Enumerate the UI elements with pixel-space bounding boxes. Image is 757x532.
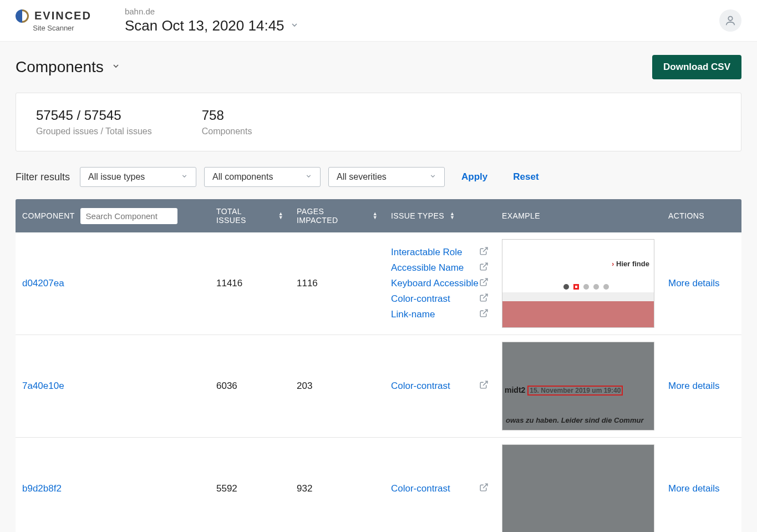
- cell-example: midt2 15. November 2019 um 19:40owas zu …: [495, 335, 662, 437]
- brand-logo[interactable]: EVINCED: [16, 9, 92, 23]
- issue-type-row: Color-contrast: [391, 380, 489, 392]
- table-row: d04207ea114161116Interactable RoleAccess…: [16, 232, 741, 335]
- download-csv-button[interactable]: Download CSV: [652, 55, 741, 79]
- example-thumbnail[interactable]: midt2 15. November 2019 um 19:40owas zu …: [502, 342, 654, 430]
- stat-label: Components: [202, 126, 252, 136]
- external-link-icon[interactable]: [479, 483, 489, 495]
- component-link[interactable]: d04207ea: [22, 278, 64, 289]
- issue-type-link[interactable]: Color-contrast: [391, 483, 450, 494]
- filter-severities[interactable]: All severities: [328, 167, 445, 187]
- external-link-icon[interactable]: [479, 308, 489, 321]
- filter-issue-types[interactable]: All issue types: [80, 167, 196, 187]
- cell-total-issues: 5592: [210, 438, 290, 532]
- stat-label: Grouped issues / Total issues: [36, 126, 152, 136]
- th-component: COMPONENT: [16, 200, 210, 232]
- external-link-icon[interactable]: [479, 262, 489, 274]
- cell-total-issues: 6036: [210, 335, 290, 437]
- th-pages-impacted[interactable]: PAGES IMPACTED ▲▼: [290, 199, 384, 232]
- component-link[interactable]: 7a40e10e: [22, 381, 64, 392]
- scan-selector[interactable]: Scan Oct 13, 2020 14:45: [125, 17, 299, 34]
- issue-type-link[interactable]: Link-name: [391, 309, 435, 320]
- sort-icon: ▲▼: [278, 212, 283, 220]
- th-actions: ACTIONS: [662, 204, 741, 228]
- brand-subtitle: Site Scanner: [33, 24, 74, 32]
- more-details-link[interactable]: More details: [668, 381, 720, 392]
- issue-type-link[interactable]: Keyboard Accessible: [391, 278, 479, 289]
- filter-components[interactable]: All components: [204, 167, 321, 187]
- filter-label: Filter results: [16, 171, 70, 183]
- table-body: d04207ea114161116Interactable RoleAccess…: [16, 232, 741, 532]
- profile-button[interactable]: [719, 9, 741, 32]
- th-issue-types[interactable]: ISSUE TYPES ▲▼: [384, 204, 495, 228]
- search-component-input[interactable]: [80, 208, 177, 224]
- stat-value: 57545 / 57545: [36, 108, 152, 123]
- issue-type-link[interactable]: Color-contrast: [391, 381, 450, 392]
- issue-type-row: Color-contrast: [391, 293, 489, 305]
- chevron-down-icon: [290, 21, 299, 32]
- stats-panel: 57545 / 57545 Grouped issues / Total iss…: [16, 93, 741, 151]
- issue-type-row: Keyboard Accessible: [391, 277, 489, 290]
- scan-selector-block: bahn.de Scan Oct 13, 2020 14:45: [125, 7, 299, 34]
- scan-domain: bahn.de: [125, 7, 299, 16]
- filter-row: Filter results All issue types All compo…: [16, 167, 741, 187]
- reset-filters-button[interactable]: Reset: [504, 167, 547, 187]
- more-details-link[interactable]: More details: [668, 278, 720, 289]
- filter-value: All issue types: [88, 172, 145, 182]
- cell-component: b9d2b8f2: [16, 438, 210, 532]
- apply-filters-button[interactable]: Apply: [453, 167, 496, 187]
- th-example: EXAMPLE: [495, 204, 662, 228]
- cell-example: [495, 438, 662, 532]
- external-link-icon[interactable]: [479, 380, 489, 392]
- sort-icon: ▲▼: [373, 212, 378, 220]
- issue-type-row: Color-contrast: [391, 483, 489, 495]
- issue-type-link[interactable]: Color-contrast: [391, 293, 450, 305]
- scan-title: Scan Oct 13, 2020 14:45: [125, 17, 284, 34]
- example-thumbnail[interactable]: [502, 444, 654, 532]
- svg-line-7: [483, 484, 487, 488]
- cell-pages-impacted: 1116: [290, 232, 384, 335]
- issue-type-link[interactable]: Accessible Name: [391, 262, 464, 273]
- filter-value: All severities: [337, 172, 387, 182]
- app-header: EVINCED Site Scanner bahn.de Scan Oct 13…: [0, 0, 757, 42]
- cell-component: 7a40e10e: [16, 335, 210, 437]
- page-title-row: Components Download CSV: [16, 55, 741, 79]
- stat-components: 758 Components: [202, 108, 252, 136]
- chevron-down-icon: [429, 172, 436, 182]
- external-link-icon[interactable]: [479, 246, 489, 259]
- cell-actions: More details: [662, 438, 741, 532]
- svg-point-0: [728, 17, 732, 21]
- svg-line-6: [483, 381, 487, 386]
- example-thumbnail[interactable]: Hier finde: [502, 239, 654, 328]
- cell-issue-types: Color-contrast: [384, 335, 495, 437]
- svg-line-3: [483, 278, 487, 283]
- stat-value: 758: [202, 108, 252, 123]
- external-link-icon[interactable]: [479, 277, 489, 290]
- svg-line-5: [483, 310, 487, 314]
- more-details-link[interactable]: More details: [668, 483, 720, 494]
- issue-type-row: Accessible Name: [391, 262, 489, 274]
- issue-type-row: Link-name: [391, 308, 489, 321]
- svg-line-2: [483, 263, 487, 267]
- cell-issue-types: Interactable RoleAccessible NameKeyboard…: [384, 232, 495, 335]
- cell-pages-impacted: 932: [290, 438, 384, 532]
- cell-example: Hier finde: [495, 232, 662, 335]
- brand-block: EVINCED Site Scanner: [16, 9, 92, 32]
- issue-type-row: Interactable Role: [391, 246, 489, 259]
- page-title-selector[interactable]: Components: [16, 58, 120, 76]
- external-link-icon[interactable]: [479, 293, 489, 305]
- stat-grouped-issues: 57545 / 57545 Grouped issues / Total iss…: [36, 108, 152, 136]
- cell-pages-impacted: 203: [290, 335, 384, 437]
- cell-actions: More details: [662, 232, 741, 335]
- brand-name: EVINCED: [34, 9, 92, 22]
- svg-line-1: [483, 247, 487, 252]
- component-link[interactable]: b9d2b8f2: [22, 483, 62, 494]
- th-total-issues[interactable]: TOTAL ISSUES ▲▼: [210, 199, 290, 232]
- cell-issue-types: Color-contrast: [384, 438, 495, 532]
- page-title: Components: [16, 58, 104, 76]
- table-header: COMPONENT TOTAL ISSUES ▲▼ PAGES IMPACTED…: [16, 199, 741, 232]
- table-row: b9d2b8f25592932Color-contrastMore detail…: [16, 438, 741, 532]
- filter-value: All components: [212, 172, 273, 182]
- issue-type-link[interactable]: Interactable Role: [391, 247, 463, 258]
- table-row: 7a40e10e6036203Color-contrastmidt2 15. N…: [16, 335, 741, 438]
- sort-icon: ▲▼: [450, 212, 455, 220]
